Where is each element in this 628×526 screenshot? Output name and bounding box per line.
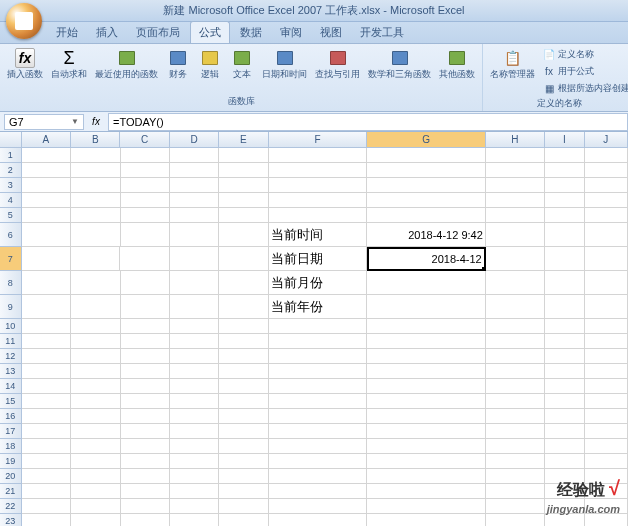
cell-I6[interactable] xyxy=(545,223,585,247)
cell-D22[interactable] xyxy=(170,499,219,514)
cell-D14[interactable] xyxy=(170,379,219,394)
select-all-corner[interactable] xyxy=(0,132,22,147)
cell-D3[interactable] xyxy=(170,178,219,193)
cell-G16[interactable] xyxy=(367,409,485,424)
cell-C1[interactable] xyxy=(121,148,170,163)
cell-F14[interactable] xyxy=(269,379,368,394)
cell-F4[interactable] xyxy=(269,193,368,208)
cell-E18[interactable] xyxy=(219,439,268,454)
cell-A11[interactable] xyxy=(22,334,71,349)
cell-E21[interactable] xyxy=(219,484,268,499)
cell-H16[interactable] xyxy=(486,409,545,424)
cell-G15[interactable] xyxy=(367,394,485,409)
cell-E5[interactable] xyxy=(219,208,268,223)
cell-C16[interactable] xyxy=(121,409,170,424)
cell-B16[interactable] xyxy=(71,409,120,424)
cell-G18[interactable] xyxy=(367,439,485,454)
cell-E13[interactable] xyxy=(219,364,268,379)
cell-F3[interactable] xyxy=(269,178,368,193)
cell-A4[interactable] xyxy=(22,193,71,208)
cell-J10[interactable] xyxy=(585,319,628,334)
cell-E11[interactable] xyxy=(219,334,268,349)
cell-I2[interactable] xyxy=(545,163,585,178)
cell-H11[interactable] xyxy=(486,334,545,349)
row-header-18[interactable]: 18 xyxy=(0,439,22,454)
cell-C14[interactable] xyxy=(121,379,170,394)
row-header-14[interactable]: 14 xyxy=(0,379,22,394)
row-header-13[interactable]: 13 xyxy=(0,364,22,379)
row-header-17[interactable]: 17 xyxy=(0,424,22,439)
cell-D21[interactable] xyxy=(170,484,219,499)
cell-C21[interactable] xyxy=(121,484,170,499)
cell-E23[interactable] xyxy=(219,514,268,526)
cell-B12[interactable] xyxy=(71,349,120,364)
cell-A15[interactable] xyxy=(22,394,71,409)
cell-E19[interactable] xyxy=(219,454,268,469)
cell-E16[interactable] xyxy=(219,409,268,424)
cell-G14[interactable] xyxy=(367,379,485,394)
cell-A22[interactable] xyxy=(22,499,71,514)
cell-C8[interactable] xyxy=(121,271,170,295)
cell-G13[interactable] xyxy=(367,364,485,379)
cell-A7[interactable] xyxy=(22,247,71,271)
cell-E9[interactable] xyxy=(219,295,268,319)
cell-I15[interactable] xyxy=(545,394,585,409)
cell-D11[interactable] xyxy=(170,334,219,349)
row-header-9[interactable]: 9 xyxy=(0,295,22,319)
row-header-19[interactable]: 19 xyxy=(0,454,22,469)
cell-D19[interactable] xyxy=(170,454,219,469)
cell-A5[interactable] xyxy=(22,208,71,223)
cell-J13[interactable] xyxy=(585,364,628,379)
cell-F1[interactable] xyxy=(269,148,368,163)
cell-H4[interactable] xyxy=(486,193,545,208)
cell-E2[interactable] xyxy=(219,163,268,178)
cell-G1[interactable] xyxy=(367,148,485,163)
tab-home[interactable]: 开始 xyxy=(48,22,86,43)
cell-C19[interactable] xyxy=(121,454,170,469)
math-button[interactable]: 数学和三角函数 xyxy=(365,46,434,81)
row-header-23[interactable]: 23 xyxy=(0,514,22,526)
cell-B9[interactable] xyxy=(71,295,120,319)
cell-H22[interactable] xyxy=(486,499,545,514)
tab-formulas[interactable]: 公式 xyxy=(190,21,230,43)
cell-B21[interactable] xyxy=(71,484,120,499)
cell-B2[interactable] xyxy=(71,163,120,178)
cell-C22[interactable] xyxy=(121,499,170,514)
row-header-7[interactable]: 7 xyxy=(0,247,22,271)
cell-I14[interactable] xyxy=(545,379,585,394)
cell-C2[interactable] xyxy=(121,163,170,178)
cell-H12[interactable] xyxy=(486,349,545,364)
cell-G19[interactable] xyxy=(367,454,485,469)
cell-G8[interactable] xyxy=(367,271,485,295)
cell-A17[interactable] xyxy=(22,424,71,439)
cell-J14[interactable] xyxy=(585,379,628,394)
cell-H3[interactable] xyxy=(486,178,545,193)
cell-D12[interactable] xyxy=(170,349,219,364)
cell-E4[interactable] xyxy=(219,193,268,208)
cell-A3[interactable] xyxy=(22,178,71,193)
cell-E7[interactable] xyxy=(219,247,268,271)
cell-A9[interactable] xyxy=(22,295,71,319)
cell-G21[interactable] xyxy=(367,484,485,499)
cell-A23[interactable] xyxy=(22,514,71,526)
cell-D5[interactable] xyxy=(170,208,219,223)
cell-J5[interactable] xyxy=(585,208,628,223)
cell-F19[interactable] xyxy=(269,454,368,469)
cell-I13[interactable] xyxy=(545,364,585,379)
cell-E20[interactable] xyxy=(219,469,268,484)
row-header-20[interactable]: 20 xyxy=(0,469,22,484)
cell-B4[interactable] xyxy=(71,193,120,208)
cell-F11[interactable] xyxy=(269,334,368,349)
cell-B23[interactable] xyxy=(71,514,120,526)
cell-J12[interactable] xyxy=(585,349,628,364)
cell-C6[interactable] xyxy=(121,223,170,247)
cell-D20[interactable] xyxy=(170,469,219,484)
column-header-F[interactable]: F xyxy=(269,132,368,147)
financial-button[interactable]: 财务 xyxy=(163,46,193,81)
datetime-button[interactable]: 日期和时间 xyxy=(259,46,310,81)
cell-F23[interactable] xyxy=(269,514,368,526)
office-button[interactable] xyxy=(6,3,42,39)
cell-A13[interactable] xyxy=(22,364,71,379)
cell-D16[interactable] xyxy=(170,409,219,424)
cell-G3[interactable] xyxy=(367,178,485,193)
